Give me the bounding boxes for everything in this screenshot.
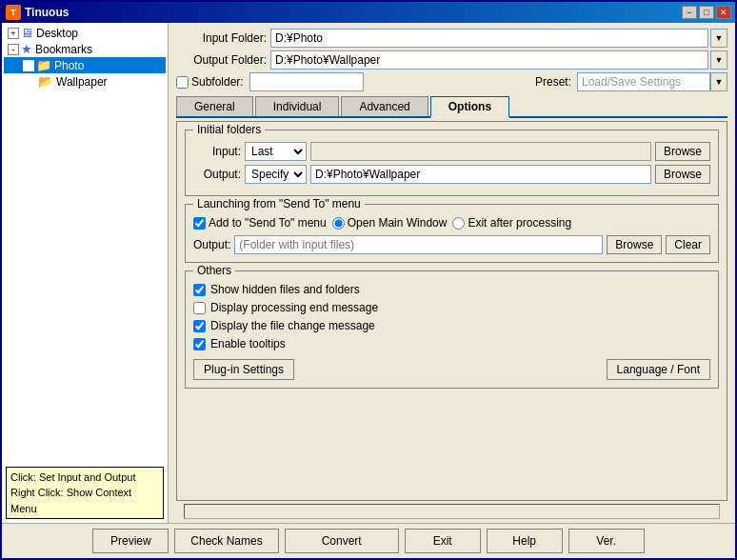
titlebar: T Tinuous − □ ✕ [2, 2, 735, 23]
initial-input-browse-button[interactable]: Browse [655, 142, 710, 161]
preset-input[interactable] [577, 72, 710, 91]
initial-output-combo[interactable]: Last Specify None [245, 165, 307, 184]
language-font-button[interactable]: Language / Font [607, 359, 710, 380]
check-hidden-files: Show hidden files and folders [193, 283, 710, 296]
initial-output-text[interactable] [310, 165, 651, 184]
tooltips-checkbox[interactable] [193, 338, 206, 350]
send-to-output-input[interactable] [234, 235, 603, 254]
exit-button[interactable]: Exit [405, 529, 481, 553]
section-initial-folders: Initial folders Input: Last Specify None… [185, 130, 719, 196]
folder-icon-wallpaper: 📂 [38, 74, 53, 89]
right-panel: Input Folder: ▼ Output Folder: ▼ Subfold… [169, 23, 735, 523]
expand-icon-bookmarks[interactable]: - [8, 44, 19, 55]
left-panel: + 🖥 Desktop - ★ Bookmarks - 📁 Photo [2, 23, 169, 523]
input-folder-wrap: ▼ [270, 29, 727, 48]
initial-output-label: Output: [193, 168, 241, 181]
check-tooltips: Enable tooltips [193, 337, 710, 350]
initial-output-row: Output: Last Specify None Browse [193, 165, 710, 184]
tabs-row: General Individual Advanced Options [176, 96, 727, 118]
initial-output-browse-button[interactable]: Browse [655, 165, 710, 184]
send-to-checkbox-row: Add to "Send To" menu Open Main Window E… [193, 216, 710, 230]
tab-options[interactable]: Options [430, 96, 509, 118]
tooltip-line1: Click: Set Input and Output [10, 470, 159, 486]
initial-input-text[interactable] [310, 142, 651, 161]
send-to-output-label: Output: [193, 238, 230, 251]
expand-icon-desktop[interactable]: + [8, 28, 19, 39]
close-button[interactable]: ✕ [716, 6, 731, 19]
tree-item-bookmarks[interactable]: - ★ Bookmarks [4, 41, 166, 57]
tooltip-line2: Right Click: Show Context Menu [10, 485, 159, 516]
hidden-files-label: Show hidden files and folders [210, 283, 360, 296]
tooltips-label: Enable tooltips [210, 337, 286, 350]
add-send-to-label: Add to "Send To" menu [209, 216, 327, 230]
maximize-button[interactable]: □ [699, 6, 714, 19]
add-send-to-checkbox[interactable] [193, 217, 206, 230]
tree-label-bookmarks: Bookmarks [35, 43, 92, 56]
tree-item-wallpaper[interactable]: 📂 Wallpaper [4, 73, 166, 90]
tab-general[interactable]: General [176, 96, 253, 116]
check-file-change: Display the file change message [193, 319, 710, 332]
subfolder-checkbox[interactable] [176, 76, 189, 89]
open-main-label: Open Main Window [348, 216, 448, 230]
output-folder-input[interactable] [270, 50, 708, 70]
help-button[interactable]: Help [487, 529, 563, 553]
subfolder-preset-row: Subfolder: Preset: ▼ [176, 72, 727, 91]
tree-label-desktop: Desktop [36, 27, 78, 40]
send-to-output-row: Output: Browse Clear [193, 235, 710, 254]
expand-icon-photo[interactable]: - [23, 60, 34, 71]
ver-button[interactable]: Ver. [568, 529, 645, 553]
input-folder-input[interactable] [270, 29, 708, 48]
preset-label: Preset: [535, 75, 571, 89]
tree-item-desktop[interactable]: + 🖥 Desktop [4, 25, 166, 41]
file-change-checkbox[interactable] [193, 320, 206, 332]
send-to-browse-button[interactable]: Browse [607, 235, 662, 254]
output-folder-wrap: ▼ [270, 50, 727, 70]
convert-button[interactable]: Convert [285, 529, 399, 553]
folder-icon-desktop: 🖥 [21, 26, 33, 40]
file-change-label: Display the file change message [210, 319, 375, 332]
initial-input-row: Input: Last Specify None Browse [193, 142, 710, 161]
open-main-wrap: Open Main Window [332, 216, 448, 230]
folder-icon-bookmarks: ★ [21, 42, 32, 56]
plugin-lang-row: Plug-in Settings Language / Font [193, 355, 710, 380]
main-window: T Tinuous − □ ✕ + 🖥 Desktop - ★ [0, 0, 737, 560]
subfolder-input[interactable] [249, 72, 364, 91]
exit-after-wrap: Exit after processing [452, 216, 571, 230]
app-icon: T [6, 5, 21, 20]
open-main-radio[interactable] [332, 217, 345, 230]
output-folder-label: Output Folder: [176, 53, 267, 67]
folder-icon-photo: 📁 [36, 58, 51, 72]
tab-advanced[interactable]: Advanced [341, 96, 428, 116]
preset-combo-wrap: ▼ [577, 72, 727, 91]
initial-input-combo[interactable]: Last Specify None [245, 142, 307, 161]
processing-end-checkbox[interactable] [193, 302, 206, 314]
subfolder-label: Subfolder: [191, 75, 244, 89]
add-send-to-wrap: Add to "Send To" menu [193, 216, 327, 230]
preview-button[interactable]: Preview [92, 529, 169, 553]
input-folder-dropdown[interactable]: ▼ [710, 29, 727, 48]
check-processing-end: Display processing end message [193, 301, 710, 314]
section-others: Others Show hidden files and folders Dis… [185, 270, 719, 389]
section-others-title: Others [193, 264, 235, 277]
titlebar-buttons: − □ ✕ [682, 6, 731, 19]
exit-after-label: Exit after processing [468, 216, 571, 230]
output-folder-dropdown[interactable]: ▼ [710, 50, 727, 70]
section-initial-folders-title: Initial folders [193, 123, 265, 136]
hidden-files-checkbox[interactable] [193, 284, 206, 296]
tree-area: + 🖥 Desktop - ★ Bookmarks - 📁 Photo [2, 23, 168, 463]
minimize-button[interactable]: − [682, 6, 697, 19]
plugin-settings-button[interactable]: Plug-in Settings [193, 359, 294, 380]
window-title: Tinuous [25, 6, 69, 19]
section-send-to-content: Add to "Send To" menu Open Main Window E… [193, 216, 710, 254]
tab-individual[interactable]: Individual [255, 96, 340, 116]
bottom-bar: Preview Check Names Convert Exit Help Ve… [2, 523, 735, 558]
check-names-button[interactable]: Check Names [174, 529, 278, 553]
tree-item-photo[interactable]: - 📁 Photo [4, 57, 166, 73]
preset-dropdown[interactable]: ▼ [710, 72, 727, 91]
main-content: + 🖥 Desktop - ★ Bookmarks - 📁 Photo [2, 23, 735, 523]
progress-bar [184, 504, 720, 519]
initial-input-label: Input: [193, 145, 241, 158]
section-send-to: Launching from "Send To" menu Add to "Se… [185, 204, 719, 263]
exit-after-radio[interactable] [452, 217, 465, 230]
send-to-clear-button[interactable]: Clear [666, 235, 710, 254]
